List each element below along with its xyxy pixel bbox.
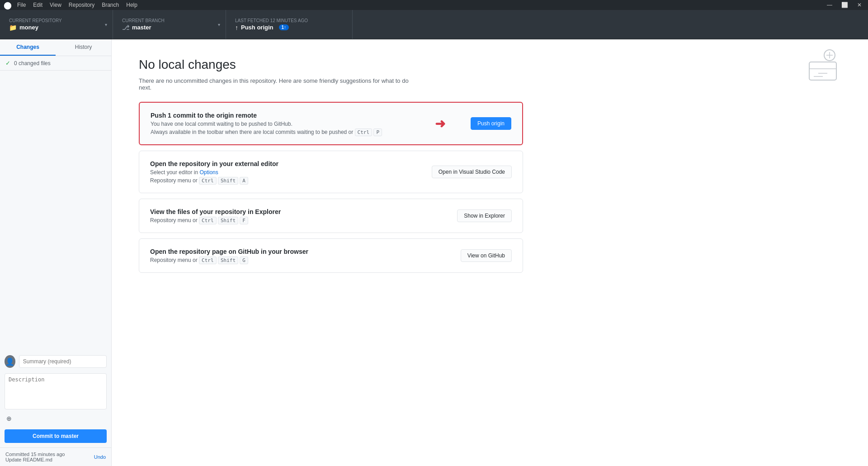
summary-input[interactable]	[19, 355, 107, 368]
push-badge: 1↑	[279, 24, 289, 30]
branch-selector[interactable]: Current branch ⎇ master ▾	[113, 10, 226, 39]
layout: Changes History ✓ 0 changed files 👤 ⊕ Co…	[0, 39, 868, 466]
editor-card-hint: Repository menu or Ctrl Shift A	[150, 177, 432, 184]
commit-form-header: 👤	[5, 355, 107, 371]
sidebar: Changes History ✓ 0 changed files 👤 ⊕ Co…	[0, 39, 112, 466]
editor-card-content: Open the repository in your external edi…	[150, 160, 432, 184]
tab-changes[interactable]: Changes	[0, 39, 56, 56]
branch-chevron-icon: ▾	[218, 22, 220, 27]
github-logo: ⬤	[4, 1, 12, 10]
maximize-button[interactable]: ⬜	[839, 1, 851, 9]
changed-files-count: 0 changed files	[14, 60, 51, 67]
avatar: 👤	[5, 355, 15, 368]
open-in-vscode-button[interactable]: Open in Visual Studio Code	[432, 166, 512, 178]
github-card-content: Open the repository page on GitHub in yo…	[150, 248, 461, 263]
titlebar: ⬤ File Edit View Repository Branch Help …	[0, 0, 868, 10]
explorer-card-title: View the files of your repository in Exp…	[150, 208, 457, 215]
editor-kbd-ctrl: Ctrl	[199, 177, 217, 185]
push-origin-toolbar[interactable]: Last fetched 12 minutes ago ↑ Push origi…	[226, 10, 353, 39]
push-kbd-ctrl: Ctrl	[355, 128, 373, 136]
editor-card-desc: Select your editor in Options	[150, 169, 432, 176]
github-card: Open the repository page on GitHub in yo…	[139, 238, 523, 273]
red-arrow-icon: ➜	[435, 116, 445, 131]
changed-files-header: ✓ 0 changed files	[0, 56, 111, 71]
view-on-github-button[interactable]: View on GitHub	[461, 249, 512, 262]
no-changes-title: No local changes	[139, 57, 841, 72]
push-sublabel: Last fetched 12 minutes ago	[235, 18, 343, 23]
github-kbd-shift: Shift	[218, 257, 238, 264]
menu-help[interactable]: Help	[126, 2, 137, 8]
push-card-title: Push 1 commit to the origin remote	[151, 112, 471, 119]
push-card-content: Push 1 commit to the origin remote You h…	[151, 112, 471, 135]
repo-label: Current repository	[9, 18, 104, 23]
toolbar: Current repository 📁 money ▾ Current bra…	[0, 10, 868, 39]
committed-file: Update README.md	[5, 457, 65, 462]
close-button[interactable]: ✕	[854, 1, 864, 9]
tab-history[interactable]: History	[56, 39, 111, 56]
illustration	[805, 48, 841, 86]
check-icon: ✓	[5, 60, 10, 67]
push-card-hint: Always available in the toolbar when the…	[151, 129, 471, 135]
editor-card: Open the repository in your external edi…	[139, 151, 523, 193]
push-card-desc: You have one local commit waiting to be …	[151, 121, 471, 127]
repo-selector[interactable]: Current repository 📁 money ▾	[0, 10, 113, 39]
sidebar-tabs: Changes History	[0, 39, 111, 56]
push-icon: ↑	[235, 24, 238, 31]
committed-time: Committed 15 minutes ago	[5, 452, 65, 457]
github-card-title: Open the repository page on GitHub in yo…	[150, 248, 461, 255]
show-in-explorer-button[interactable]: Show in Explorer	[457, 209, 512, 222]
window-controls: — ⬜ ✕	[824, 1, 864, 9]
repo-chevron-icon: ▾	[105, 22, 107, 27]
push-kbd-p: P	[373, 128, 382, 136]
no-changes-desc: There are no uncommitted changes in this…	[139, 77, 410, 91]
push-label: ↑ Push origin 1↑	[235, 24, 343, 31]
menu-bar: File Edit View Repository Branch Help	[17, 2, 137, 8]
explorer-card-hint: Repository menu or Ctrl Shift F	[150, 217, 457, 223]
minimize-button[interactable]: —	[824, 1, 835, 9]
github-kbd-g: G	[240, 257, 248, 264]
add-coauthor-icon[interactable]: ⊕	[5, 413, 14, 424]
explorer-kbd-shift: Shift	[218, 217, 238, 224]
editor-kbd-shift: Shift	[218, 177, 238, 185]
push-origin-button[interactable]: Push origin	[471, 117, 511, 130]
repo-name: 📁 money	[9, 24, 104, 31]
menu-repository[interactable]: Repository	[69, 2, 94, 8]
branch-name: ⎇ master	[122, 24, 217, 31]
menu-file[interactable]: File	[17, 2, 26, 8]
menu-branch[interactable]: Branch	[102, 2, 119, 8]
github-card-hint: Repository menu or Ctrl Shift G	[150, 257, 461, 263]
editor-kbd-a: A	[240, 177, 248, 185]
editor-card-title: Open the repository in your external edi…	[150, 160, 432, 167]
github-kbd-ctrl: Ctrl	[199, 257, 217, 264]
undo-button[interactable]: Undo	[94, 454, 106, 460]
svg-rect-0	[809, 62, 836, 80]
explorer-kbd-ctrl: Ctrl	[199, 217, 217, 224]
branch-label: Current branch	[122, 18, 217, 23]
options-link[interactable]: Options	[199, 169, 218, 176]
main-content: No local changes There are no uncommitte…	[112, 39, 868, 466]
description-textarea[interactable]	[5, 373, 107, 409]
menu-edit[interactable]: Edit	[33, 2, 42, 8]
explorer-card: View the files of your repository in Exp…	[139, 199, 523, 233]
menu-view[interactable]: View	[50, 2, 61, 8]
push-card: Push 1 commit to the origin remote You h…	[139, 102, 523, 145]
commit-button[interactable]: Commit to master	[5, 429, 107, 443]
explorer-kbd-f: F	[240, 217, 248, 224]
branch-icon: ⎇	[122, 24, 129, 31]
explorer-card-content: View the files of your repository in Exp…	[150, 208, 457, 223]
commit-form: 👤 ⊕ Commit to master	[0, 351, 111, 447]
committed-status: Committed 15 minutes ago Update README.m…	[0, 447, 111, 466]
